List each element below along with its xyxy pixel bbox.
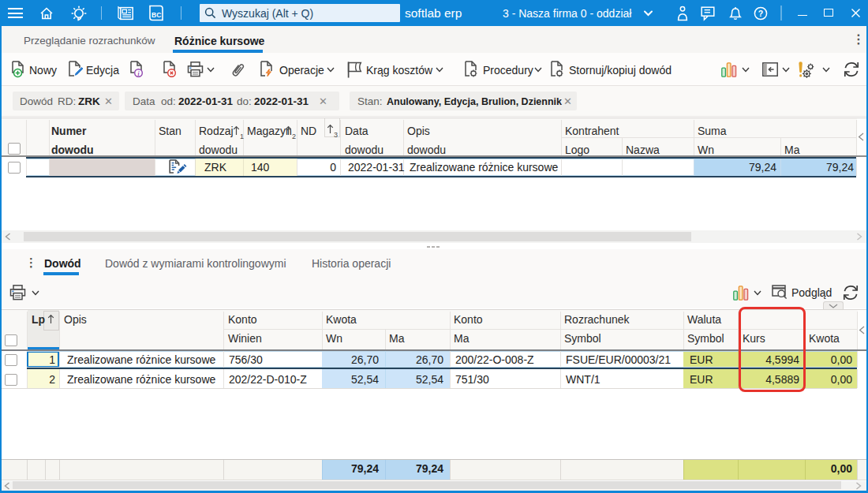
svg-text:BC: BC [152,11,161,19]
svg-text:?: ? [758,9,763,18]
